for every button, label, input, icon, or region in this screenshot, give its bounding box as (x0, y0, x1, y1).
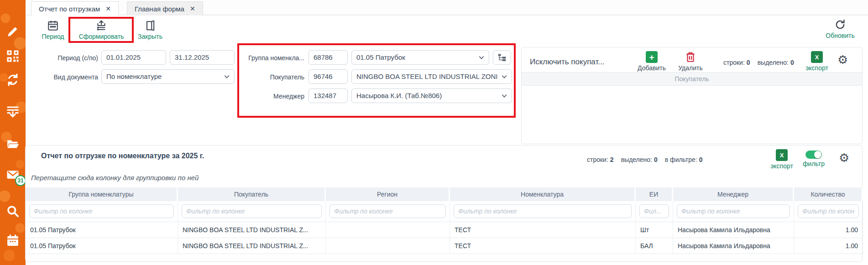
calendar-icon-sidebar[interactable] (6, 234, 20, 247)
table-cell: 1.00 (794, 238, 863, 254)
delete-button[interactable]: Удалить (677, 51, 704, 72)
group-value: 01.05 Патрубок (356, 53, 405, 61)
tab-main-form[interactable]: Главная форма ✕ (127, 1, 203, 16)
table-cell: 01.05 Патрубок (26, 238, 178, 254)
report-card: Отчет по отгрузке по номенклатуре за 202… (25, 145, 863, 262)
report-selected-label: выделено: (621, 156, 652, 163)
table-cell: NINGBO BOA STEEL LTD INDUSTRIAL Z... (178, 238, 326, 254)
manager-value: Насырова К.И. (Таб.№806) (356, 92, 442, 99)
column-filter-input-1[interactable] (29, 204, 174, 218)
column-filter-input-7[interactable] (798, 204, 859, 218)
close-button-label: Закрыть (138, 33, 162, 40)
generate-list-icon[interactable] (6, 105, 20, 119)
exclude-export-button[interactable]: X экспорт (803, 51, 831, 72)
period-button[interactable]: Период (38, 20, 68, 40)
table-cell: Насырова Камила Ильдаровна (673, 238, 794, 254)
selected-count-label: выделено: (758, 59, 789, 66)
exclude-panel-title: Исключить покупат... (530, 57, 605, 67)
tab-main-form-close-icon[interactable]: ✕ (190, 5, 195, 12)
tab-bar: Отчет по отгрузкам ✕ Главная форма ✕ (26, 0, 868, 16)
filter-cell-1 (26, 201, 178, 222)
generate-button[interactable]: Сформировать (73, 20, 130, 40)
exclude-export-label: экспорт (805, 64, 828, 72)
buyer-label: Покупатель (241, 73, 304, 81)
group-code-input[interactable]: 68786 (309, 50, 348, 65)
report-counts: строки:2 выделено:0 в фильтре:0 (587, 156, 703, 163)
column-header-1[interactable]: Группа номенклатуры (26, 187, 178, 201)
report-filter-row (26, 201, 862, 222)
exclude-panel-counts: строки:0 выделено:0 (723, 59, 794, 66)
buyer-select[interactable]: NINGBO BOA STEEL LTD INDUSTRIAL ZONI (351, 69, 512, 84)
report-export-label: экспорт (770, 162, 793, 170)
exclude-settings-gear-icon[interactable]: ⚙ (837, 54, 848, 66)
chevron-down-icon (478, 54, 485, 61)
column-header-7[interactable]: Количество (794, 187, 863, 201)
buyer-value: NINGBO BOA STEEL LTD INDUSTRIAL ZONI (356, 73, 498, 80)
refresh-button[interactable]: Обновить (820, 19, 861, 39)
filter-toggle-button[interactable]: фильтр (800, 151, 827, 167)
filter-cell-3 (326, 201, 450, 222)
generate-icon (95, 20, 107, 31)
delete-button-label: Удалить (678, 64, 702, 72)
report-rows-label: строки: (587, 156, 608, 163)
selected-count-value: 0 (790, 59, 794, 66)
column-header-2[interactable]: Покупатель (178, 187, 326, 201)
add-button[interactable]: + Добавить (637, 51, 667, 72)
folder-icon[interactable] (6, 137, 20, 151)
report-selected-value: 0 (654, 156, 658, 163)
group-tree-button[interactable] (493, 50, 511, 65)
manager-select[interactable]: Насырова К.И. (Таб.№806) (351, 88, 512, 103)
close-button[interactable]: Закрыть (135, 20, 165, 40)
period-to-input[interactable]: 31.12.2025 (170, 50, 235, 65)
sync-icon[interactable] (6, 73, 20, 87)
filter-toggle[interactable] (805, 151, 822, 159)
tab-report-close-icon[interactable]: ✕ (105, 5, 111, 12)
sidebar: 31 (0, 0, 26, 265)
toggle-knob (814, 151, 821, 158)
manager-code-input[interactable]: 132487 (309, 88, 348, 103)
group-select[interactable]: 01.05 Патрубок (351, 50, 489, 65)
mail-icon[interactable]: 31 (6, 168, 20, 182)
generate-button-label: Сформировать (79, 33, 124, 40)
buyer-code-input[interactable]: 96746 (309, 69, 348, 84)
column-header-3[interactable]: Регион (326, 187, 450, 201)
filter-cell-6 (673, 201, 794, 222)
chevron-down-icon (223, 73, 230, 80)
report-filtered-label: в фильтре: (665, 156, 697, 163)
exclude-column-header[interactable]: Покупатель (522, 72, 862, 86)
qr-code-icon[interactable] (6, 49, 20, 63)
column-filter-input-6[interactable] (677, 204, 790, 218)
pencil-icon[interactable] (6, 25, 20, 38)
table-cell: Шт (636, 222, 673, 238)
rows-count-label: строки: (723, 59, 745, 66)
group-by-hint: Перетащите сюда колонку для группировки … (31, 174, 199, 182)
table-cell (326, 222, 450, 238)
column-header-4[interactable]: Номенклатура (450, 187, 636, 201)
table-row-1[interactable]: 01.05 ПатрубокNINGBO BOA STEEL LTD INDUS… (26, 222, 862, 238)
filter-cell-2 (178, 201, 326, 222)
column-filter-input-2[interactable] (182, 204, 322, 218)
filter-toggle-label: фильтр (803, 160, 825, 167)
report-settings-gear-icon[interactable]: ⚙ (839, 152, 849, 164)
exclude-buyers-panel: Исключить покупат... + Добавить Удалить … (521, 47, 863, 144)
doc-type-select[interactable]: По номенклатуре (101, 69, 235, 84)
column-filter-input-4[interactable] (454, 204, 632, 218)
column-filter-input-3[interactable] (329, 204, 446, 218)
doc-type-label: Вид документа (39, 73, 98, 81)
table-row-2[interactable]: 01.05 ПатрубокNINGBO BOA STEEL LTD INDUS… (26, 238, 862, 254)
excel-icon: X (776, 149, 788, 161)
search-icon[interactable] (6, 204, 20, 218)
manager-label: Менеджер (241, 93, 304, 100)
filter-cell-7 (794, 201, 863, 222)
column-header-6[interactable]: Менеджер (673, 187, 794, 201)
table-cell: NINGBO BOA STEEL LTD INDUSTRIAL Z... (178, 222, 326, 238)
mail-badge: 31 (15, 175, 26, 186)
period-from-input[interactable]: 01.01.2025 (101, 50, 166, 65)
tree-icon (497, 53, 507, 62)
column-filter-input-5[interactable] (639, 204, 669, 218)
filter-cell-4 (450, 201, 636, 222)
tab-report[interactable]: Отчет по отгрузкам ✕ (31, 1, 119, 16)
report-export-button[interactable]: X экспорт (768, 149, 796, 170)
column-header-5[interactable]: ЕИ (636, 187, 673, 201)
calendar-icon (47, 20, 59, 31)
